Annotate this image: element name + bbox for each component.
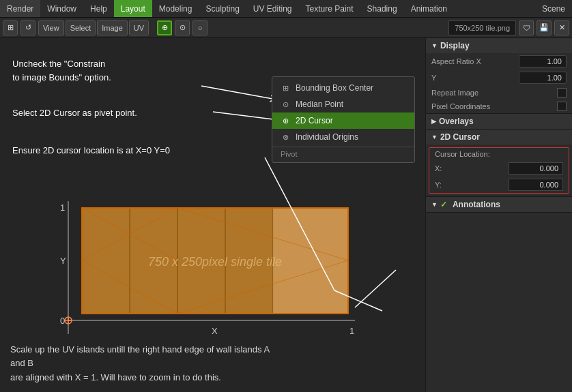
- cursor-2d-title: 2D Cursor: [440, 132, 480, 142]
- svg-text:1: 1: [60, 202, 65, 213]
- pixel-coordinates-label: Pixel Coordinates: [431, 102, 490, 110]
- right-panel: ▼ Display Aspect Ratio X 1.00 Y 1.00 Rep…: [425, 38, 572, 392]
- annotation-constrain: Uncheck the "Constrain to image Bounds" …: [12, 57, 111, 84]
- cursor-2d-header[interactable]: ▼ 2D Cursor: [426, 130, 572, 145]
- menu-animation[interactable]: Animation: [404, 0, 454, 17]
- menu-help[interactable]: Help: [83, 0, 114, 17]
- svg-text:Y: Y: [60, 256, 66, 266]
- save-icon[interactable]: 💾: [537, 20, 552, 35]
- dropdown-item-individual-label: Individual Origins: [296, 132, 358, 142]
- view-menu[interactable]: View: [38, 20, 64, 35]
- toolbar: ⊞ ↺ View Select Image UV ⊕ ⊙ ○ 750x250 t…: [0, 18, 572, 38]
- cursor-x-label: X:: [435, 164, 442, 172]
- svg-text:X: X: [212, 326, 218, 336]
- pivot-icon[interactable]: ⊕: [157, 20, 172, 35]
- uv-tile-svg: 750 x 250pixel single tile 1 Y 0 X 1: [41, 201, 369, 351]
- filename-display: 750x250 tile.png: [448, 20, 516, 35]
- cursor-2d-section: ▼ 2D Cursor Cursor Location: X: 0.000 Y:…: [426, 130, 572, 197]
- cursor-location-box: Cursor Location: X: 0.000 Y: 0.000: [429, 147, 569, 194]
- svg-rect-5: [273, 208, 348, 314]
- annotations-header[interactable]: ▼ ✓ Annotations: [426, 197, 572, 212]
- bottom-instruction: Scale up the UV islands untill the right…: [10, 343, 272, 385]
- main-content: Uncheck the "Constrain to image Bounds" …: [0, 38, 572, 392]
- repeat-image-label: Repeat Image: [431, 89, 478, 97]
- display-section: ▼ Display Aspect Ratio X 1.00 Y 1.00 Rep…: [426, 38, 572, 114]
- overlays-section: ▶ Overlays: [426, 114, 572, 130]
- menu-layout[interactable]: Layout: [114, 0, 152, 17]
- cursor-x-row: X: 0.000: [429, 160, 569, 177]
- cursor-location-label-row: Cursor Location:: [429, 148, 569, 160]
- cursor-location-label: Cursor Location:: [435, 150, 490, 158]
- check-icon: ✓: [440, 200, 447, 209]
- menu-uv-editing[interactable]: UV Editing: [246, 0, 299, 17]
- shield-icon[interactable]: 🛡: [519, 20, 534, 35]
- display-triangle: ▼: [431, 42, 438, 49]
- cursor-y-value[interactable]: 0.000: [509, 179, 563, 191]
- individual-origins-icon: ⊗: [281, 133, 290, 142]
- annotation-pivot: Select 2D Cursor as pivet point.: [12, 106, 137, 120]
- overlays-title: Overlays: [439, 117, 474, 126]
- pixel-coordinates-checkbox[interactable]: [557, 102, 567, 111]
- aspect-ratio-x-value[interactable]: 1.00: [519, 55, 567, 67]
- svg-text:750 x 250pixel single tile: 750 x 250pixel single tile: [148, 255, 282, 269]
- aspect-ratio-x-label: Aspect Ratio X: [431, 57, 481, 65]
- dropdown-item-bounding-box[interactable]: ⊞ Bounding Box Center: [272, 80, 414, 96]
- toolbar-buttons: View Select Image UV: [38, 20, 149, 35]
- dropdown-item-2d-cursor-label: 2D Cursor: [296, 116, 333, 125]
- svg-line-23: [201, 86, 276, 100]
- repeat-image-checkbox[interactable]: [557, 88, 567, 97]
- dropdown-footer-label: Pivot: [272, 147, 414, 160]
- dropdown-item-2d-cursor[interactable]: ⊕ 2D Cursor: [272, 112, 414, 129]
- pixel-coordinates-row: Pixel Coordinates: [426, 100, 572, 113]
- image-menu[interactable]: Image: [97, 20, 128, 35]
- display-header[interactable]: ▼ Display: [426, 38, 572, 53]
- menu-modeling[interactable]: Modeling: [152, 0, 199, 17]
- scene-label: Scene: [535, 0, 572, 17]
- aspect-ratio-y-value[interactable]: 1.00: [519, 72, 567, 84]
- svg-line-24: [213, 112, 278, 120]
- dropdown-item-median[interactable]: ⊙ Median Point: [272, 96, 414, 112]
- svg-text:0: 0: [60, 316, 65, 326]
- proportional-icon[interactable]: ○: [192, 20, 208, 35]
- svg-text:1: 1: [349, 326, 354, 336]
- bounding-box-icon: ⊞: [281, 84, 290, 93]
- annotations-triangle: ▼: [431, 201, 438, 208]
- repeat-image-row: Repeat Image: [426, 86, 572, 100]
- annotations-section: ▼ ✓ Annotations: [426, 197, 572, 213]
- menu-bar: Render Window Help Layout Modeling Sculp…: [0, 0, 572, 18]
- uv-viewport[interactable]: Uncheck the "Constrain to image Bounds" …: [0, 38, 425, 392]
- menu-window[interactable]: Window: [40, 0, 83, 17]
- annotations-title: Annotations: [453, 200, 500, 209]
- dropdown-item-median-label: Median Point: [296, 100, 343, 109]
- cursor-2d-icon: ⊕: [281, 117, 290, 125]
- median-icon: ⊙: [281, 100, 290, 109]
- annotation-cursor: Ensure 2D cursor location is at X=0 Y=0: [12, 144, 170, 157]
- aspect-ratio-y-label: Y: [431, 74, 436, 82]
- undo-icon[interactable]: ↺: [20, 20, 35, 35]
- dropdown-item-bounding-box-label: Bounding Box Center: [296, 83, 373, 93]
- overlays-header[interactable]: ▶ Overlays: [426, 114, 572, 129]
- close-icon[interactable]: ✕: [554, 20, 569, 35]
- pivot-dropdown: ⊞ Bounding Box Center ⊙ Median Point ⊕ 2…: [272, 76, 415, 163]
- aspect-ratio-x-row: Aspect Ratio X 1.00: [426, 53, 572, 70]
- menu-render[interactable]: Render: [0, 0, 40, 17]
- cursor-y-row: Y: 0.000: [429, 177, 569, 193]
- dropdown-item-individual[interactable]: ⊗ Individual Origins: [272, 129, 414, 145]
- overlays-triangle: ▶: [431, 118, 436, 125]
- aspect-ratio-y-row: Y 1.00: [426, 70, 572, 86]
- uv-menu[interactable]: UV: [129, 20, 149, 35]
- cursor-2d-triangle: ▼: [431, 134, 438, 140]
- select-menu[interactable]: Select: [66, 20, 96, 35]
- snap-icon[interactable]: ⊙: [175, 20, 190, 35]
- display-title: Display: [440, 41, 470, 50]
- cursor-x-value[interactable]: 0.000: [509, 162, 563, 175]
- menu-texture-paint[interactable]: Texture Paint: [299, 0, 360, 17]
- editor-type-icon[interactable]: ⊞: [3, 20, 18, 35]
- menu-shading[interactable]: Shading: [360, 0, 404, 17]
- cursor-y-label: Y:: [435, 181, 442, 189]
- menu-sculpting[interactable]: Sculpting: [199, 0, 246, 17]
